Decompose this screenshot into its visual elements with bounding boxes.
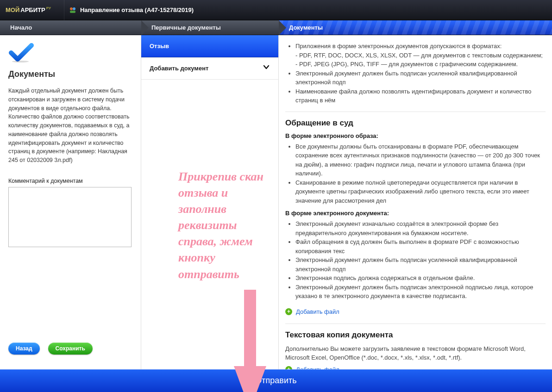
list-item: Электронный документ изначально создаётс… [295, 219, 546, 237]
right-panel: Приложения в форме электронных документо… [279, 35, 552, 369]
list-item: Электронный документ должен быть подписа… [295, 69, 546, 87]
middle-panel: Отзыв Добавить документ Прикрепив скан о… [141, 35, 279, 369]
add-document-row[interactable]: Добавить документ [141, 57, 278, 80]
step-documents-label: Документы [289, 24, 323, 31]
text-copy-heading: Текстовая копия документа [285, 330, 546, 340]
left-actions: Назад Сохранить [8, 342, 132, 362]
comment-label: Комментарий к документам [8, 178, 132, 184]
chevron-down-icon [263, 63, 270, 73]
list-item: Электронный документ должен быть подписа… [295, 283, 546, 301]
case-icon [69, 6, 76, 14]
left-panel: Документы Каждый отдельный документ долж… [0, 35, 141, 369]
add-file-label: Добавить файл [296, 308, 339, 315]
plus-icon: + [285, 366, 292, 370]
app-topbar: МОЙ АРБИТР РУ Направление отзыва (А47-15… [0, 0, 552, 20]
list-item: Наименование файла должно позволять иден… [295, 87, 546, 105]
plus-icon: + [285, 308, 292, 315]
logo-part1: МОЙ [6, 6, 19, 13]
topbar-divider [64, 0, 64, 20]
edoc-subheading: В форме электронного документа: [285, 210, 546, 217]
svg-point-3 [12, 61, 29, 62]
list-item: Файл обращения в суд должен быть выполне… [295, 237, 546, 255]
doc-tab-review[interactable]: Отзыв [141, 35, 278, 57]
step-start[interactable]: Начало [0, 20, 141, 35]
list-item: Электронный документ должен быть подписа… [295, 255, 546, 274]
list-text: Приложения в форме электронных документо… [295, 43, 502, 50]
svg-rect-4 [244, 290, 256, 368]
text-copy-paragraph: Дополнительно Вы можете загрузить заявле… [285, 344, 546, 362]
list-item: Электронная подпись должна содержаться в… [295, 274, 546, 283]
format-list: Приложения в форме электронных документо… [285, 42, 546, 105]
step-primary-label: Первичные документы [151, 24, 221, 31]
step-start-label: Начало [10, 24, 32, 31]
chevron-right-icon [279, 20, 286, 35]
send-button[interactable]: Отправить [0, 369, 552, 392]
comment-textarea[interactable] [8, 187, 132, 247]
scan-subheading: В форме электронного образа: [285, 132, 546, 139]
logo-part2: АРБИТР [20, 6, 45, 13]
annotation-note: Прикрепив скан отзыва и заполнив реквизи… [178, 168, 278, 282]
save-button[interactable]: Сохранить [48, 342, 93, 355]
list-text: - PDF, RTF, DOC, DOCX, XLS, XLSX, ODT — … [295, 52, 543, 59]
back-button[interactable]: Назад [8, 342, 40, 355]
left-heading: Документы [8, 69, 132, 79]
left-description: Каждый отдельный документ должен быть от… [8, 87, 132, 165]
step-documents-active[interactable]: Документы [279, 20, 552, 35]
step-primary-docs[interactable]: Первичные документы [141, 20, 279, 35]
case-title: Направление отзыва (А47-15278/2019) [80, 6, 194, 13]
doc-tab-review-label: Отзыв [150, 43, 169, 50]
list-item: Все документы должны быть отсканированы … [295, 142, 546, 178]
checkmark-icon [8, 43, 34, 63]
appeal-heading: Обращение в суд [285, 118, 546, 128]
divider [285, 112, 546, 112]
send-label: Отправить [255, 376, 296, 386]
list-item: Сканирование в режиме полной цветопереда… [295, 178, 546, 205]
divider [285, 324, 546, 324]
add-file-link-1[interactable]: + Добавить файл [285, 308, 339, 315]
svg-point-0 [70, 7, 73, 10]
svg-point-1 [73, 7, 75, 10]
add-file-link-2[interactable]: + Добавить файл [285, 366, 339, 370]
add-document-label: Добавить документ [150, 65, 208, 72]
main-columns: Документы Каждый отдельный документ долж… [0, 35, 552, 369]
list-text: - PDF, JPEG (JPG), PNG, TIFF — для докум… [295, 61, 518, 68]
chevron-right-icon [141, 20, 149, 35]
list-item: Приложения в форме электронных документо… [295, 42, 546, 69]
app-logo[interactable]: МОЙ АРБИТР РУ [6, 6, 51, 13]
step-nav: Начало Первичные документы Документы [0, 20, 552, 35]
scan-list: Все документы должны быть отсканированы … [285, 142, 546, 205]
edoc-list: Электронный документ изначально создаётс… [285, 219, 546, 301]
svg-rect-2 [70, 11, 75, 13]
add-file-label: Добавить файл [296, 366, 339, 370]
logo-superscript: РУ [46, 6, 51, 10]
